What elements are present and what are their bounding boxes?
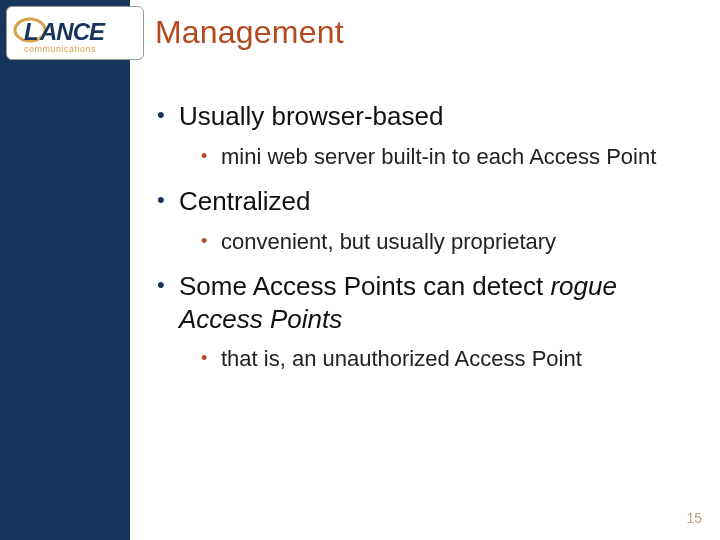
lance-logo-icon: L ANCE communications [10,10,140,58]
page-number: 15 [686,510,702,526]
bullet-level2: convenient, but usually proprietary [199,228,695,257]
slide: L ANCE communications Management Usually… [0,0,720,540]
bullet-level2: that is, an unauthorized Access Point [199,345,695,374]
svg-text:L: L [24,18,39,45]
slide-body: Usually browser-based mini web server bu… [155,100,695,388]
bullet-level1: Usually browser-based mini web server bu… [155,100,695,171]
bullet-level1: Centralized convenient, but usually prop… [155,185,695,256]
bullet-text: that is, an unauthorized Access Point [221,346,582,371]
bullet-level1: Some Access Points can detect rogue Acce… [155,270,695,374]
bullet-text: Some Access Points can detect [179,271,550,301]
bullet-text: Usually browser-based [179,101,443,131]
bullet-text: mini web server built-in to each Access … [221,144,656,169]
slide-title: Management [155,14,344,51]
bullet-level2: mini web server built-in to each Access … [199,143,695,172]
bullet-text: Centralized [179,186,311,216]
sidebar-band [0,0,130,540]
svg-text:ANCE: ANCE [39,18,106,45]
svg-text:communications: communications [24,44,96,54]
logo: L ANCE communications [6,6,144,60]
bullet-text: convenient, but usually proprietary [221,229,556,254]
